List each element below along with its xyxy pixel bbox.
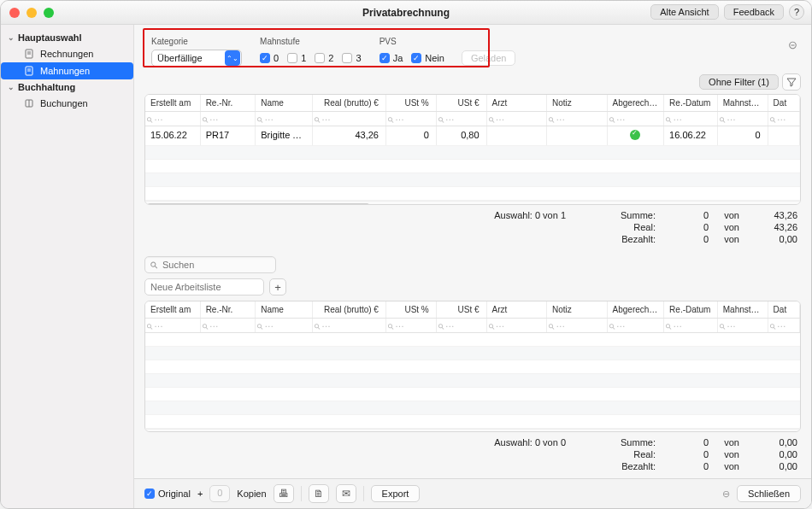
mahnstufe-label: Mahnstufe	[260, 37, 362, 46]
filter-bar: Kategorie Überfällige ⌃⌄ Mahnstufe ✓0 1 …	[144, 33, 801, 73]
summary-upper: Auswahl: 0 von 1 Summe:0von43,26 Real:0v…	[134, 205, 811, 251]
table-filter-strip: Ohne Filter (1)	[134, 73, 811, 94]
col-mahn[interactable]: Mahnstufe	[718, 95, 768, 111]
funnel-icon	[786, 77, 797, 87]
save-doc-button[interactable]: 🗎	[309, 484, 329, 503]
kategorie-select[interactable]: Überfällige ⌃⌄	[151, 50, 242, 67]
table-row	[145, 160, 800, 173]
export-button[interactable]: Export	[371, 485, 421, 502]
kategorie-label: Kategorie	[151, 37, 242, 46]
sidebar-item-label: Rechnungen	[40, 49, 93, 59]
pvs-ja-checkbox[interactable]: ✓Ja	[380, 53, 403, 63]
kopien-stepper[interactable]: 0	[209, 485, 230, 502]
table-body: 15.06.22 PR17 Brigitte Alt… 43,26 0 0,80…	[145, 126, 800, 201]
col-ustp[interactable]: USt %	[386, 95, 437, 111]
feedback-button[interactable]: Feedback	[724, 4, 784, 20]
kopien-label: Kopien	[237, 489, 266, 499]
geladen-button[interactable]: Geladen	[462, 50, 516, 66]
table-body	[145, 333, 800, 429]
sidebar-group-buchhaltung[interactable]: Buchhaltung	[1, 79, 133, 95]
selection-count: Auswahl: 0 von 0	[494, 437, 566, 448]
table-row[interactable]: 15.06.22 PR17 Brigitte Alt… 43,26 0 0,80…	[145, 126, 800, 146]
zoom-window-button[interactable]	[44, 8, 54, 18]
book-icon	[23, 97, 35, 109]
mahnstufe-2-checkbox[interactable]: 2	[315, 53, 333, 63]
minimise-window-button[interactable]	[26, 8, 37, 18]
check-badge-icon	[630, 130, 640, 140]
ohne-filter-button[interactable]: Ohne Filter (1)	[699, 74, 779, 90]
titlebar: Privatabrechnung Alte Ansicht Feedback ?	[1, 1, 811, 25]
original-checkbox[interactable]: ✓Original	[144, 489, 191, 499]
mail-button[interactable]: ✉	[336, 484, 356, 503]
save-icon: 🗎	[314, 488, 324, 500]
upper-table: Erstellt am Re.-Nr. Name Real (brutto) €…	[144, 94, 801, 205]
doc-icon	[23, 48, 35, 60]
col-erstellt[interactable]: Erstellt am	[145, 95, 201, 111]
mahnstufe-0-checkbox[interactable]: ✓0	[260, 53, 279, 63]
col-redat[interactable]: Re.-Datum	[664, 95, 718, 111]
select-arrow-icon: ⌃⌄	[225, 50, 240, 66]
search-icon: ⚲	[148, 259, 161, 272]
chevron-down-icon	[8, 32, 15, 43]
table-row	[145, 173, 800, 187]
filter2-real[interactable]	[321, 319, 386, 331]
table-filter-row	[145, 112, 800, 126]
search-input[interactable]	[162, 260, 270, 270]
table-row	[145, 146, 800, 160]
chevron-down-icon	[8, 82, 15, 92]
add-worklist-button[interactable]: +	[269, 278, 286, 295]
col-name[interactable]: Name	[256, 95, 313, 111]
close-window-button[interactable]	[9, 8, 20, 18]
old-view-button[interactable]: Alte Ansicht	[650, 4, 718, 20]
summary-lower: Auswahl: 0 von 0 Summe:0von0,00 Real:0vo…	[134, 432, 811, 478]
minus-circle-icon[interactable]: ⊖	[722, 489, 730, 500]
sidebar-item-label: Buchungen	[40, 98, 88, 108]
main: Kategorie Überfällige ⌃⌄ Mahnstufe ✓0 1 …	[134, 25, 811, 508]
bottom-bar: ✓Original + 0 Kopien 🖶 🗎 ✉ Export ⊖ Schl…	[134, 478, 811, 508]
pvs-label: PVS	[380, 37, 516, 46]
pvs-nein-checkbox[interactable]: ✓Nein	[411, 53, 444, 63]
window: Privatabrechnung Alte Ansicht Feedback ?…	[0, 0, 812, 509]
filter-icon-button[interactable]	[782, 73, 801, 91]
print-button[interactable]: 🖶	[274, 484, 294, 503]
lower-table: Erstellt am Re.-Nr. Name Real (brutto) €…	[144, 301, 801, 432]
mahnstufe-3-checkbox[interactable]: 3	[342, 53, 361, 63]
worklist-input[interactable]	[144, 278, 264, 295]
sidebar: Hauptauswahl Rechnungen Mahnungen Buchha…	[1, 25, 134, 508]
printer-icon: 🖶	[279, 488, 289, 500]
sidebar-item-rechnungen[interactable]: Rechnungen	[1, 45, 133, 62]
col-abg[interactable]: Abgerechnet	[608, 95, 665, 111]
filter-real[interactable]	[321, 113, 386, 125]
sidebar-item-buchungen[interactable]: Buchungen	[1, 95, 133, 112]
col-renr[interactable]: Re.-Nr.	[201, 95, 256, 111]
mail-icon: ✉	[342, 488, 350, 500]
close-button[interactable]: Schließen	[737, 485, 801, 502]
col-arzt[interactable]: Arzt	[487, 95, 547, 111]
table-row	[145, 187, 800, 201]
col-uste[interactable]: USt €	[437, 95, 487, 111]
sidebar-item-label: Mahnungen	[40, 66, 90, 76]
window-controls	[9, 8, 54, 18]
col-real[interactable]: Real (brutto) €	[313, 95, 386, 111]
settings-icon[interactable]: ⊝	[788, 38, 797, 51]
selection-count: Auswahl: 0 von 1	[494, 210, 566, 220]
sidebar-group-hauptauswahl[interactable]: Hauptauswahl	[1, 30, 133, 45]
col-dat[interactable]: Dat	[768, 95, 800, 111]
mahnstufe-1-checkbox[interactable]: 1	[287, 53, 306, 63]
help-button[interactable]: ?	[789, 4, 804, 20]
doc-icon	[23, 65, 35, 77]
search-box[interactable]: ⚲	[144, 256, 276, 273]
sidebar-item-mahnungen[interactable]: Mahnungen	[1, 62, 133, 79]
col-notiz[interactable]: Notiz	[547, 95, 607, 111]
table-header: Erstellt am Re.-Nr. Name Real (brutto) €…	[145, 95, 800, 112]
